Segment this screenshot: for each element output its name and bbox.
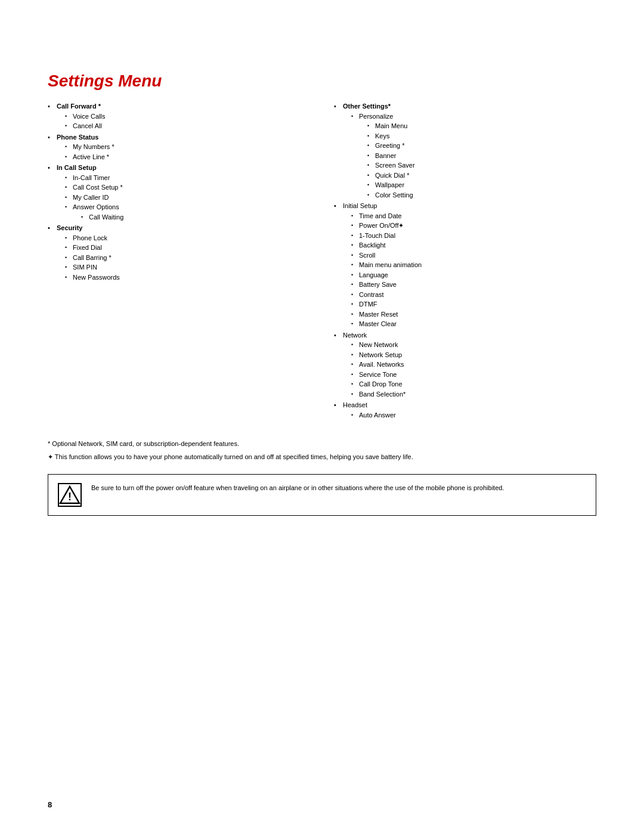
bullet-icon: • (351, 291, 357, 299)
warning-icon: ! (58, 483, 82, 507)
bullet-icon: • (65, 234, 71, 243)
bullet-icon: • (48, 132, 55, 143)
left-column: • Call Forward * •Voice Calls •Cancel Al… (48, 101, 310, 421)
list-item: •Avail. Networks (351, 360, 405, 370)
bullet-icon: • (351, 371, 357, 379)
list-item: •Power On/Off✦ (351, 221, 422, 231)
list-item: •DTMF (351, 299, 422, 309)
page-number: 8 (48, 800, 52, 809)
section-phone-status: • Phone Status •My Numbers * •Active Lin… (48, 132, 310, 162)
bullet-icon: • (367, 142, 373, 150)
list-item: • Personalize •Main Menu •Keys •Greeting… (351, 112, 415, 200)
bullet-icon: • (351, 411, 357, 420)
bullet-icon: • (351, 113, 357, 121)
page: Settings Menu • Call Forward * •Voice Ca… (0, 0, 644, 833)
call-forward-list: •Voice Calls •Cancel All (65, 112, 105, 131)
bullet-icon: • (367, 132, 373, 141)
list-item: •My Numbers * (65, 142, 114, 152)
list-item: •In-Call Timer (65, 173, 123, 183)
bullet-icon: • (367, 152, 373, 160)
list-item: •Color Setting (367, 190, 415, 200)
section-other-settings: • Other Settings* • Personalize •Main Me… (334, 101, 596, 200)
list-item: •Fixed Dial (65, 243, 120, 253)
list-item: •Master Reset (351, 309, 422, 320)
bullet-icon: • (81, 213, 87, 222)
bullet-icon: • (334, 330, 341, 340)
service-tone-label: Service Tone (359, 370, 397, 380)
bullet-icon: • (65, 244, 71, 252)
section-network: • Network •New Network •Network Setup •A… (334, 330, 596, 400)
bullet-icon: • (351, 241, 357, 250)
list-item: •Call Cost Setup * (65, 182, 123, 193)
right-column: • Other Settings* • Personalize •Main Me… (334, 101, 596, 421)
warning-box: ! Be sure to turn off the power on/off f… (48, 474, 596, 516)
call-drop-tone-label: Call Drop Tone (359, 379, 402, 389)
bullet-icon: • (351, 351, 357, 360)
section-initial-setup: • Initial Setup •Time and Date •Power On… (334, 201, 596, 329)
left-menu-list: • Call Forward * •Voice Calls •Cancel Al… (48, 101, 310, 282)
section-in-call-setup: • In Call Setup •In-Call Timer •Call Cos… (48, 163, 310, 222)
bullet-icon: • (367, 181, 373, 190)
bullet-icon: • (334, 400, 341, 410)
bullet-icon: • (65, 254, 71, 262)
footnote-plus: ✦ This function allows you to have your … (48, 452, 596, 463)
list-item: •Master Clear (351, 319, 422, 329)
bullet-icon: • (65, 122, 71, 131)
section-call-forward: • Call Forward * •Voice Calls •Cancel Al… (48, 101, 310, 131)
footnotes: * Optional Network, SIM card, or subscri… (48, 439, 596, 462)
footnote-asterisk-text: Optional Network, SIM card, or subscript… (52, 440, 239, 447)
bullet-icon: • (65, 153, 71, 162)
list-item: •SIM PIN (65, 262, 120, 272)
list-item: •Main Menu (367, 121, 415, 131)
list-item: •Active Line * (65, 152, 114, 162)
headset-label: Headset (343, 401, 367, 408)
bullet-icon: • (351, 391, 357, 399)
warning-triangle-icon: ! (59, 484, 80, 506)
bullet-icon: • (351, 320, 357, 329)
svg-text:!: ! (68, 491, 72, 503)
page-title: Settings Menu (48, 72, 596, 91)
personalize-list: •Main Menu •Keys •Greeting * •Banner •Sc… (367, 121, 415, 200)
other-settings-title: Other Settings* (343, 103, 391, 110)
list-item: •New Passwords (65, 272, 120, 283)
list-item: •Main menu animation (351, 260, 422, 270)
phone-status-title: Phone Status (57, 134, 98, 141)
list-item: •Voice Calls (65, 112, 105, 122)
bullet-icon: • (367, 191, 373, 200)
list-item: •Keys (367, 131, 415, 141)
right-menu-list: • Other Settings* • Personalize •Main Me… (334, 101, 596, 420)
personalize-label: Personalize (359, 113, 393, 120)
bullet-icon: • (351, 301, 357, 309)
list-item: •New Network (351, 340, 405, 350)
list-item: •Service Tone (351, 370, 405, 380)
bullet-icon: • (351, 271, 357, 280)
list-item: • Answer Options •Call Waiting (65, 202, 123, 222)
list-item: •Screen Saver (367, 160, 415, 171)
footnote-plus-text: This function allows you to have your ph… (55, 453, 413, 460)
list-item: •Scroll (351, 250, 422, 261)
bullet-icon: • (351, 252, 357, 260)
list-item: •Call Drop Tone (351, 379, 405, 389)
menu-container: • Call Forward * •Voice Calls •Cancel Al… (48, 101, 596, 421)
list-item: •Greeting * (367, 141, 415, 151)
list-item: •Cancel All (65, 121, 105, 131)
list-item: •Battery Save (351, 280, 422, 290)
network-list: •New Network •Network Setup •Avail. Netw… (351, 340, 405, 399)
warning-text: Be sure to turn off the power on/off fea… (91, 483, 504, 494)
security-title: Security (57, 224, 82, 231)
bullet-icon: • (65, 194, 71, 202)
section-headset: • Headset •Auto Answer (334, 400, 596, 420)
list-item: •Time and Date (351, 211, 422, 221)
list-item: •Phone Lock (65, 233, 120, 243)
bullet-icon: • (367, 122, 373, 131)
list-item: •My Caller ID (65, 193, 123, 203)
list-item: •Call Waiting (81, 212, 123, 222)
bullet-icon: • (65, 203, 71, 212)
network-label: Network (343, 332, 367, 339)
bullet-icon: • (48, 223, 55, 233)
answer-options-list: •Call Waiting (81, 212, 123, 222)
list-item: •Band Selection* (351, 389, 405, 400)
headset-list: •Auto Answer (351, 410, 396, 420)
bullet-icon: • (351, 222, 357, 230)
bullet-icon: • (65, 184, 71, 192)
